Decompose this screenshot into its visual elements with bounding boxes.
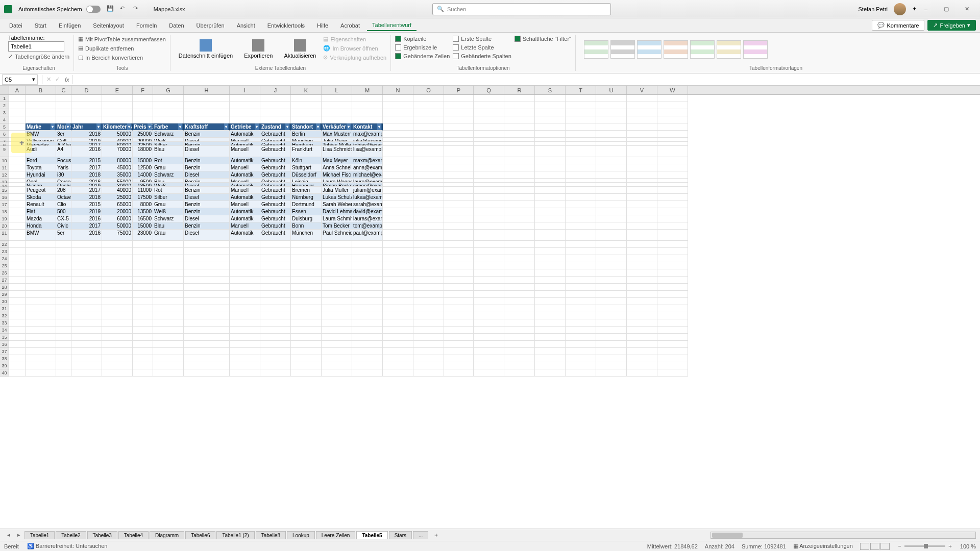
cell[interactable] bbox=[504, 362, 535, 369]
cell[interactable] bbox=[596, 138, 627, 142]
cell[interactable] bbox=[383, 284, 413, 291]
cell[interactable]: Max Musterr bbox=[322, 131, 352, 138]
row-header[interactable]: 34 bbox=[0, 327, 9, 334]
cell[interactable] bbox=[566, 171, 596, 179]
cell[interactable] bbox=[627, 102, 657, 109]
cell[interactable] bbox=[102, 277, 133, 284]
cell[interactable] bbox=[444, 341, 474, 348]
cell[interactable] bbox=[230, 312, 260, 319]
cell[interactable]: Gebraucht bbox=[260, 194, 291, 201]
row-header[interactable]: 15 bbox=[0, 187, 9, 194]
cell[interactable]: Getriebe bbox=[230, 123, 260, 131]
row-header[interactable]: 11 bbox=[0, 164, 9, 171]
cell[interactable] bbox=[153, 255, 184, 262]
cell[interactable] bbox=[291, 319, 322, 327]
cell[interactable] bbox=[535, 171, 566, 179]
cell[interactable] bbox=[383, 201, 413, 208]
opt-filter[interactable]: Schaltfläche "Filter" bbox=[514, 35, 571, 43]
sheet-tab[interactable]: Lookup bbox=[287, 531, 315, 539]
cell[interactable]: Preis (EUR) bbox=[133, 123, 153, 131]
cell[interactable] bbox=[474, 291, 504, 298]
cell[interactable]: 55000 bbox=[102, 179, 133, 183]
cell[interactable] bbox=[535, 164, 566, 171]
row-header[interactable]: 33 bbox=[0, 319, 9, 327]
row-header[interactable]: 7 bbox=[0, 138, 9, 142]
cell[interactable] bbox=[383, 138, 413, 142]
cell[interactable] bbox=[474, 208, 504, 215]
cell[interactable]: 2018 bbox=[71, 171, 102, 179]
cell[interactable] bbox=[627, 355, 657, 362]
sheet-tab[interactable]: ... bbox=[413, 531, 428, 539]
cell[interactable] bbox=[322, 116, 352, 123]
sheet-nav-prev[interactable]: ◂ bbox=[4, 532, 13, 538]
cell[interactable] bbox=[153, 369, 184, 377]
cell[interactable] bbox=[102, 102, 133, 109]
cell[interactable] bbox=[566, 355, 596, 362]
cell[interactable] bbox=[504, 341, 535, 348]
cell[interactable] bbox=[596, 146, 627, 157]
cell[interactable] bbox=[596, 291, 627, 298]
cell[interactable] bbox=[627, 277, 657, 284]
cell[interactable] bbox=[291, 291, 322, 298]
cell[interactable] bbox=[133, 334, 153, 341]
cell[interactable] bbox=[184, 284, 230, 291]
cell[interactable] bbox=[322, 102, 352, 109]
cell[interactable] bbox=[322, 255, 352, 262]
status-display[interactable]: ▦ Anzeigeeinstellungen bbox=[793, 543, 853, 549]
cell[interactable] bbox=[383, 164, 413, 171]
cell[interactable] bbox=[596, 319, 627, 327]
col-header[interactable]: H bbox=[184, 86, 230, 94]
cell[interactable] bbox=[413, 116, 444, 123]
cell[interactable] bbox=[444, 179, 474, 183]
cell[interactable] bbox=[260, 269, 291, 277]
cell[interactable] bbox=[474, 164, 504, 171]
cell[interactable] bbox=[9, 319, 26, 327]
cell[interactable] bbox=[596, 187, 627, 194]
cell[interactable] bbox=[474, 341, 504, 348]
cell[interactable]: lukas@example.com bbox=[352, 194, 383, 201]
cell[interactable]: Automatik bbox=[230, 183, 260, 187]
cell[interactable] bbox=[474, 327, 504, 334]
row-header[interactable]: 10 bbox=[0, 157, 9, 164]
cell[interactable] bbox=[657, 138, 688, 142]
cell[interactable] bbox=[9, 277, 26, 284]
cell[interactable] bbox=[413, 95, 444, 102]
cell[interactable] bbox=[9, 327, 26, 334]
cell[interactable]: Silber bbox=[153, 194, 184, 201]
undo-icon[interactable]: ↶ bbox=[120, 5, 128, 13]
cell[interactable]: Verkäufer bbox=[322, 123, 352, 131]
cell[interactable] bbox=[9, 179, 26, 183]
cell[interactable] bbox=[413, 341, 444, 348]
cell[interactable] bbox=[184, 291, 230, 298]
cell[interactable]: Golf bbox=[56, 138, 71, 142]
cell[interactable] bbox=[413, 131, 444, 138]
cell[interactable] bbox=[627, 164, 657, 171]
cell[interactable] bbox=[596, 362, 627, 369]
cell[interactable] bbox=[133, 269, 153, 277]
row-header[interactable]: 8 bbox=[0, 142, 9, 146]
cell[interactable] bbox=[474, 146, 504, 157]
cell[interactable] bbox=[9, 123, 26, 131]
cell[interactable]: Schwarz bbox=[153, 131, 184, 138]
cell[interactable]: Gebraucht bbox=[260, 222, 291, 230]
cell[interactable] bbox=[352, 241, 383, 248]
cell[interactable] bbox=[352, 319, 383, 327]
cell[interactable] bbox=[657, 142, 688, 146]
cell[interactable]: Gebraucht bbox=[260, 157, 291, 164]
cell[interactable] bbox=[352, 327, 383, 334]
cell[interactable] bbox=[133, 255, 153, 262]
cell[interactable] bbox=[504, 138, 535, 142]
cell[interactable] bbox=[26, 291, 56, 298]
cell[interactable] bbox=[230, 255, 260, 262]
cell[interactable] bbox=[413, 171, 444, 179]
cell[interactable] bbox=[9, 362, 26, 369]
cell[interactable] bbox=[504, 95, 535, 102]
cell[interactable] bbox=[413, 179, 444, 183]
cell[interactable] bbox=[444, 298, 474, 305]
row-header[interactable]: 18 bbox=[0, 208, 9, 215]
cell[interactable] bbox=[657, 179, 688, 183]
row-header[interactable]: 37 bbox=[0, 348, 9, 355]
cell[interactable] bbox=[444, 262, 474, 269]
col-header[interactable]: F bbox=[133, 86, 153, 94]
opt-banded-rows[interactable]: Gebänderte Zeilen bbox=[395, 52, 450, 60]
